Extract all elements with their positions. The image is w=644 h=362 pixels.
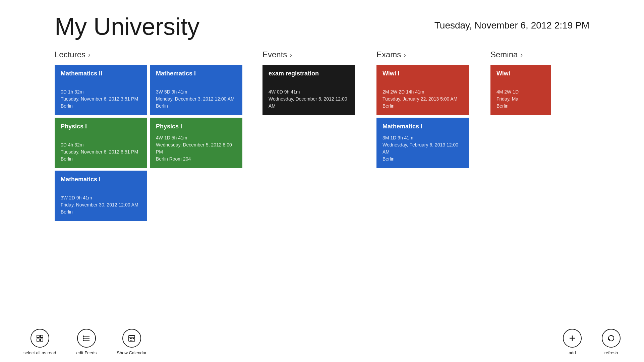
bottom-bar-right: add refresh (553, 329, 631, 355)
svg-point-9 (83, 340, 84, 341)
card-physics-i-col1[interactable]: Physics I 0D 4h 32m Tuesday, November 6,… (55, 118, 147, 168)
exams-label: Exams (376, 50, 401, 59)
card-physics-i-col2[interactable]: Physics I 4W 1D 5h 41m Wednesday, Decemb… (150, 118, 242, 168)
svg-rect-6 (83, 340, 90, 341)
refresh-icon (602, 329, 621, 348)
card-title: Mathematics I (61, 176, 141, 183)
card-mathematics-i-exam[interactable]: Mathematics I 3M 1D 9h 41m Wednesday, Fe… (376, 118, 469, 168)
card-mathematics-ii[interactable]: Mathematics II 0D 1h 32m Tuesday, Novemb… (55, 65, 147, 115)
svg-rect-15 (131, 338, 132, 339)
bottom-bar: select all as read edit Feeds (0, 322, 644, 362)
events-card-list: exam registration 4W 0D 9h 41m Wednesday… (262, 65, 356, 115)
events-label: Events (262, 50, 287, 59)
card-details: 3M 1D 9h 41m Wednesday, February 6, 2013… (383, 134, 463, 163)
lectures-label: Lectures (55, 50, 85, 59)
lectures-card-list: Mathematics II 0D 1h 32m Tuesday, Novemb… (55, 65, 242, 221)
card-title: Wiwi I (383, 70, 463, 77)
svg-rect-3 (41, 339, 43, 341)
card-title: Mathematics I (383, 123, 463, 130)
svg-rect-0 (37, 335, 39, 338)
bottom-bar-left: select all as read edit Feeds (13, 329, 157, 355)
add-label: add (569, 350, 576, 355)
edit-feeds-icon (77, 329, 96, 348)
select-all-read-label: select all as read (23, 350, 56, 355)
lectures-section-header[interactable]: Lectures › (55, 50, 242, 59)
card-title: Physics I (61, 123, 141, 130)
svg-point-7 (83, 336, 84, 337)
select-all-read-button[interactable]: select all as read (13, 329, 66, 355)
card-details: 2M 2W 2D 14h 41m Tuesday, January 22, 20… (383, 88, 463, 110)
show-calendar-label: Show Calendar (117, 350, 147, 355)
add-icon (563, 329, 582, 348)
card-details: 4M 2W 1D Friday, Ma Berlin (496, 88, 545, 110)
edit-feeds-button[interactable]: edit Feeds (66, 329, 107, 355)
select-all-read-icon (31, 329, 49, 348)
card-details: 3W 5D 9h 41m Monday, December 3, 2012 12… (156, 88, 236, 110)
card-details: 4W 0D 9h 41m Wednesday, December 5, 2012… (269, 88, 349, 110)
card-title: Mathematics I (156, 70, 236, 77)
page-title: My University (55, 13, 199, 40)
lectures-chevron-icon: › (88, 51, 91, 59)
card-wiwi-seminar[interactable]: Wiwi 4M 2W 1D Friday, Ma Berlin (490, 65, 551, 115)
card-title: exam registration (269, 70, 349, 77)
exams-chevron-icon: › (404, 51, 406, 59)
header: My University Tuesday, November 6, 2012 … (0, 0, 644, 47)
events-chevron-icon: › (290, 51, 292, 59)
refresh-button[interactable]: refresh (592, 329, 631, 355)
show-calendar-icon (122, 329, 141, 348)
section-events: Events › exam registration 4W 0D 9h 41m … (262, 50, 356, 221)
svg-rect-17 (130, 340, 131, 341)
card-wiwi-i[interactable]: Wiwi I 2M 2W 2D 14h 41m Tuesday, January… (376, 65, 469, 115)
card-details: 4W 1D 5h 41m Wednesday, December 5, 2012… (156, 134, 236, 163)
lectures-row-1: Mathematics II 0D 1h 32m Tuesday, Novemb… (55, 65, 242, 115)
svg-rect-14 (130, 338, 131, 339)
main-content: Lectures › Mathematics II 0D 1h 32m Tues… (0, 47, 644, 221)
card-title: Mathematics II (61, 70, 141, 77)
card-mathematics-i-bottom[interactable]: Mathematics I 3W 2D 9h 41m Friday, Novem… (55, 171, 147, 221)
edit-feeds-label: edit Feeds (76, 350, 97, 355)
svg-rect-18 (131, 340, 132, 341)
svg-rect-16 (133, 338, 134, 339)
card-details: 0D 1h 32m Tuesday, November 6, 2012 3:51… (61, 88, 141, 110)
svg-point-8 (83, 338, 84, 339)
section-seminars: Semina › Wiwi 4M 2W 1D Friday, Ma Berlin (490, 50, 551, 221)
add-button[interactable]: add (553, 329, 592, 355)
section-lectures: Lectures › Mathematics II 0D 1h 32m Tues… (55, 50, 242, 221)
svg-rect-1 (41, 335, 43, 338)
refresh-label: refresh (604, 350, 618, 355)
lectures-row-3: Mathematics I 3W 2D 9h 41m Friday, Novem… (55, 171, 242, 221)
svg-rect-2 (37, 339, 39, 341)
card-title: Wiwi (496, 70, 545, 77)
seminars-section-header[interactable]: Semina › (490, 50, 551, 59)
seminars-label: Semina (490, 50, 518, 59)
card-exam-registration[interactable]: exam registration 4W 0D 9h 41m Wednesday… (262, 65, 355, 115)
card-details: 0D 4h 32m Tuesday, November 6, 2012 6:51… (61, 141, 141, 163)
card-details: 3W 2D 9h 41m Friday, November 30, 2012 1… (61, 194, 141, 216)
events-section-header[interactable]: Events › (262, 50, 356, 59)
svg-rect-5 (83, 338, 90, 339)
section-exams: Exams › Wiwi I 2M 2W 2D 14h 41m Tuesday,… (376, 50, 470, 221)
card-title: Physics I (156, 123, 236, 130)
exams-card-list: Wiwi I 2M 2W 2D 14h 41m Tuesday, January… (376, 65, 470, 168)
seminars-card-list: Wiwi 4M 2W 1D Friday, Ma Berlin (490, 65, 551, 115)
seminars-chevron-icon: › (520, 51, 523, 59)
card-mathematics-i-col2[interactable]: Mathematics I 3W 5D 9h 41m Monday, Decem… (150, 65, 242, 115)
svg-rect-4 (83, 336, 90, 337)
lectures-row-2: Physics I 0D 4h 32m Tuesday, November 6,… (55, 118, 242, 168)
datetime-display: Tuesday, November 6, 2012 2:19 PM (434, 13, 589, 31)
show-calendar-button[interactable]: Show Calendar (107, 329, 157, 355)
exams-section-header[interactable]: Exams › (376, 50, 470, 59)
